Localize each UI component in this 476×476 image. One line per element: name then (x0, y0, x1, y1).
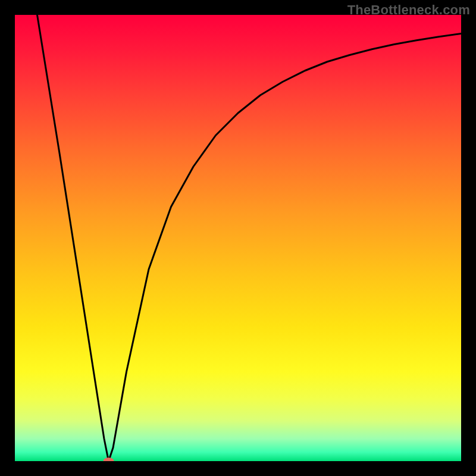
bottleneck-curve (37, 15, 462, 461)
bottleneck-chart (15, 15, 461, 461)
optimal-point-marker (104, 458, 114, 461)
chart-frame (15, 15, 461, 461)
